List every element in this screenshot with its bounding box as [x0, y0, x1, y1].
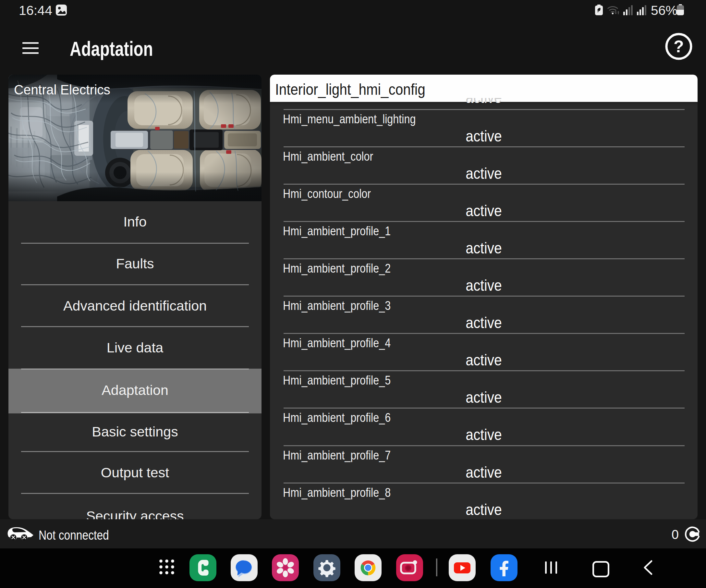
svg-text:Central Electrics: Central Electrics	[14, 82, 110, 97]
svg-text:?: ?	[673, 37, 684, 56]
